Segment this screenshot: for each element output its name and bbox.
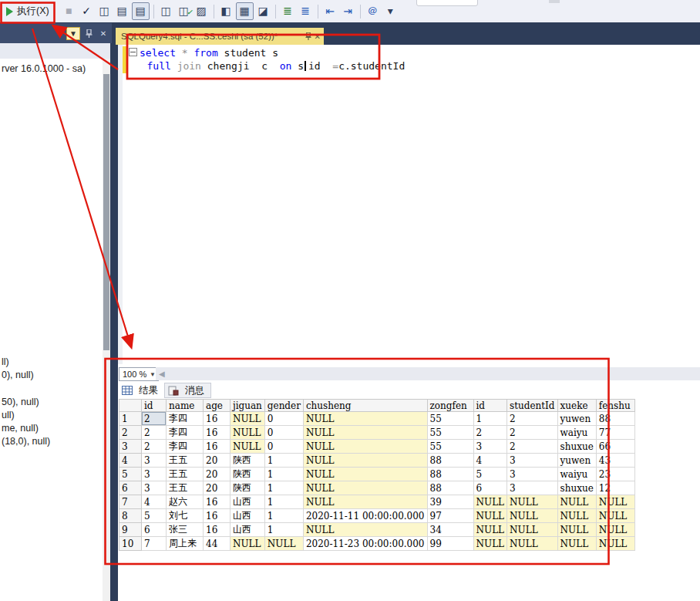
grid-cell[interactable]: 李四 [167,440,204,454]
grid-cell[interactable]: 3 [142,468,167,481]
grid-cell[interactable]: NULL [557,523,596,537]
grid-cell[interactable]: 0 [264,426,303,440]
grid-cell[interactable]: 5 [473,468,507,481]
fold-collapse-icon[interactable] [129,48,137,56]
grid-cell[interactable]: 16 [204,495,231,509]
grid-cell[interactable]: 王五 [167,454,204,468]
grid-cell[interactable]: 张三 [167,523,204,537]
grid-cell[interactable]: 34 [427,523,473,537]
decrease-indent-icon[interactable]: ⇤ [322,3,338,19]
grid-column-header[interactable]: gender [264,400,303,412]
grid-cell[interactable]: NULL [473,495,507,509]
results-hscrollbar[interactable]: ◀ [156,367,700,380]
grid-cell[interactable]: 99 [427,537,473,551]
grid-cell[interactable]: 55 [427,426,473,440]
tree-item[interactable]: (18,0), null) [2,436,50,447]
grid-row-header[interactable]: 1 [119,412,142,426]
grid-cell[interactable]: 李四 [167,412,204,426]
tree-item[interactable]: 0), null) [2,370,34,380]
grid-column-header[interactable]: studentId [507,400,557,412]
query-options-icon[interactable]: ▤ [114,3,130,19]
grid-cell[interactable]: NULL [303,412,427,426]
grid-cell[interactable]: 王五 [167,468,204,481]
grid-cell[interactable]: 山西 [231,495,265,509]
grid-cell[interactable]: 16 [204,426,231,440]
grid-cell[interactable]: 1 [264,468,303,481]
grid-cell[interactable]: 山西 [231,509,265,523]
grid-cell[interactable]: NULL [303,426,427,440]
grid-cell[interactable]: 55 [427,440,473,454]
server-node[interactable]: rver 16.0.1000 - sa) [2,63,86,74]
grid-cell[interactable]: NULL [473,509,507,523]
grid-cell[interactable]: 55 [427,412,473,426]
grid-cell[interactable]: 20 [204,454,231,468]
grid-cell[interactable]: 4 [142,495,167,509]
grid-cell[interactable]: 2 [142,412,167,426]
grid-cell[interactable]: 2020-11-11 00:00:00.000 [303,509,427,523]
grid-column-header[interactable]: id [142,400,167,412]
grid-column-header[interactable]: id [473,400,507,412]
live-query-stats-icon[interactable]: ◫✓ [176,3,192,19]
grid-cell[interactable]: 44 [204,537,231,551]
grid-cell[interactable]: waiyu [557,468,596,481]
grid-column-header[interactable]: fenshu [596,400,634,412]
grid-cell[interactable]: 2 [142,426,167,440]
grid-row-header[interactable]: 9 [119,523,142,537]
document-tab[interactable]: SQLQuery4.sql - C...SS.ceshi (sa (52))* … [116,28,324,45]
grid-cell[interactable]: NULL [231,440,265,454]
grid-cell[interactable]: 77 [596,426,634,440]
grid-cell[interactable]: 88 [427,481,473,495]
grid-cell[interactable]: 1 [264,495,303,509]
tree-item[interactable]: ll) [2,356,9,367]
grid-cell[interactable]: NULL [557,495,596,509]
grid-cell[interactable]: 20 [204,468,231,481]
increase-indent-icon[interactable]: ⇥ [340,3,356,19]
grid-cell[interactable]: 陕西 [231,481,265,495]
grid-cell[interactable]: 20 [204,481,231,495]
grid-cell[interactable]: 3 [507,454,557,468]
grid-cell[interactable]: 2 [142,440,167,454]
grid-cell[interactable]: 16 [204,412,231,426]
grid-cell[interactable]: 0 [264,440,303,454]
grid-cell[interactable]: yuwen [557,412,596,426]
grid-cell[interactable]: 1 [264,523,303,537]
grid-column-header[interactable]: name [167,400,204,412]
results-to-file-icon[interactable]: ◪ [255,3,271,19]
grid-cell[interactable]: 2 [507,412,557,426]
grid-cell[interactable]: NULL [231,426,265,440]
grid-row-header[interactable]: 6 [119,481,142,495]
window-position-button[interactable]: ▼ [66,27,80,40]
quick-launch-box[interactable] [416,0,478,6]
grid-cell[interactable]: NULL [264,537,303,551]
comment-icon[interactable]: ≣ [280,3,296,19]
grid-cell[interactable]: 97 [427,509,473,523]
grid-cell[interactable]: NULL [303,440,427,454]
grid-cell[interactable]: NULL [557,537,596,551]
grid-column-header[interactable]: jiguan [231,400,265,412]
grid-cell[interactable]: 12 [596,481,634,495]
grid-cell[interactable]: NULL [507,495,557,509]
grid-cell[interactable]: 88 [427,468,473,481]
grid-cell[interactable]: NULL [507,537,557,551]
grid-row-header[interactable]: 10 [119,537,142,551]
results-to-grid-icon[interactable]: ▦ [236,2,254,20]
grid-cell[interactable]: 16 [204,523,231,537]
sql-line[interactable]: select * from student s [129,46,405,59]
grid-cell[interactable]: NULL [303,454,427,468]
grid-cell[interactable]: 7 [142,537,167,551]
grid-cell[interactable]: 16 [204,509,231,523]
grid-cell[interactable]: NULL [596,537,634,551]
grid-cell[interactable]: 3 [142,454,167,468]
grid-cell[interactable]: NULL [303,468,427,481]
grid-cell[interactable]: 88 [427,454,473,468]
grid-cell[interactable]: waiyu [557,426,596,440]
grid-cell[interactable]: 王五 [167,481,204,495]
client-stats-icon[interactable]: ▨ [194,3,210,19]
grid-row-header[interactable]: 8 [119,509,142,523]
grid-cell[interactable]: 2 [507,440,557,454]
actual-plan-icon[interactable]: ◫ [158,3,174,19]
grid-cell[interactable]: NULL [303,495,427,509]
grid-cell[interactable]: 1 [264,454,303,468]
tree-item[interactable]: 50), null) [2,397,39,407]
grid-cell[interactable]: 3 [473,440,507,454]
